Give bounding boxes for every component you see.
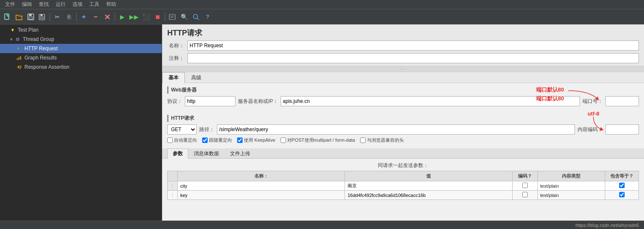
checkbox-followredirect-label[interactable]: 跟随重定向 — [202, 137, 232, 143]
param-includeeq[interactable] — [605, 191, 639, 200]
toolbar-save2-btn[interactable] — [37, 11, 48, 22]
sidebar-item-graphresults[interactable]: Graph Results — [0, 53, 162, 62]
tab-advanced[interactable]: 高级 — [185, 72, 208, 83]
webserver-section: Web服务器 协议： 服务器名称或IP： 端口号： — [162, 83, 644, 112]
subtab-params[interactable]: 参数 — [167, 148, 188, 159]
checkbox-browsercompat[interactable] — [360, 137, 366, 143]
httprequest-icon — [16, 45, 23, 52]
param-contenttype: text/plain — [537, 181, 605, 191]
tab-basic[interactable]: 基本 — [162, 72, 185, 83]
svg-rect-9 — [17, 58, 18, 60]
params-section: 同请求一起发送参数： 名称： 值 编码？ 内容类型 包含等于？ — [162, 159, 644, 221]
menu-help[interactable]: 帮助 — [103, 0, 120, 9]
param-name[interactable] — [178, 191, 345, 200]
menu-find[interactable]: 查找 — [35, 0, 52, 9]
checkbox-autodirect[interactable] — [167, 137, 173, 143]
testplan-icon: ▼ — [9, 27, 16, 33]
toolbar-sep2 — [76, 13, 77, 21]
port-input[interactable] — [605, 96, 639, 106]
param-encoded[interactable] — [512, 181, 537, 191]
col-encoded: 编码？ — [512, 171, 537, 181]
menu-tools[interactable]: 工具 — [86, 0, 103, 9]
checkboxes-row: 自动重定向 跟随重定向 使用 KeepAlive 对POST使用multipar… — [167, 137, 639, 143]
resize-bar[interactable]: ··· — [162, 66, 644, 72]
name-label: 名称： — [167, 42, 184, 49]
responseassert-label: Response Assertion — [24, 64, 69, 70]
sidebar-item-threadgroup[interactable]: ▼ ⚙ Thread Group — [0, 35, 162, 44]
toolbar-magnify-btn[interactable]: 🔍 — [179, 11, 190, 22]
checkbox-keepalive-label[interactable]: 使用 KeepAlive — [237, 137, 275, 143]
comment-row: 注释： — [167, 53, 639, 63]
name-input[interactable] — [187, 40, 639, 51]
checkbox-multipart-label[interactable]: 对POST使用multipart / form-data — [281, 137, 355, 143]
toolbar-add-btn[interactable]: + — [78, 11, 89, 22]
param-contenttype: text/plain — [537, 191, 605, 200]
param-value[interactable] — [345, 181, 512, 191]
svg-rect-14 — [19, 68, 21, 69]
param-name[interactable] — [178, 181, 345, 191]
content-header: HTTP请求 名称： 注释： — [162, 24, 644, 66]
col-contenttype: 内容类型 — [537, 171, 605, 181]
toolbar-stop-btn[interactable]: ⬛ — [140, 11, 151, 22]
sub-tabs: 参数 消息体数据 文件上传 — [162, 148, 644, 159]
param-value[interactable] — [345, 191, 512, 200]
method-path-row: GET POST PUT DELETE 路径： 内容编码： — [167, 124, 639, 135]
menu-run[interactable]: 运行 — [52, 0, 69, 9]
toolbar-copy-btn[interactable]: ⎘ — [64, 11, 75, 22]
subtab-body[interactable]: 消息体数据 — [188, 148, 224, 159]
encoding-label: 内容编码： — [577, 126, 603, 133]
checkbox-keepalive[interactable] — [237, 137, 243, 143]
content-panel: HTTP请求 名称： 注释： ··· 基本 高级 端口默认80 端口默认 — [162, 24, 644, 221]
checkbox-followredirect[interactable] — [202, 137, 208, 143]
toolbar-sep1 — [50, 13, 50, 21]
toolbar-help-btn[interactable]: ? — [202, 11, 213, 22]
toolbar-start-nopause-btn[interactable]: ▶▶ — [128, 11, 139, 22]
subtab-fileupload[interactable]: 文件上传 — [224, 148, 256, 159]
checkbox-autodirect-label[interactable]: 自动重定向 — [167, 137, 197, 143]
sidebar-item-responseassert[interactable]: Response Assertion — [0, 62, 162, 72]
checkbox-autodirect-text: 自动重定向 — [174, 137, 197, 143]
menu-file[interactable]: 文件 — [2, 0, 19, 9]
sidebar-item-testplan[interactable]: ▼ Test Plan — [0, 25, 162, 35]
col-handle — [168, 171, 178, 181]
sidebar-item-httprequest[interactable]: HTTP Request — [0, 44, 162, 53]
toolbar-save-btn[interactable] — [25, 11, 36, 22]
server-input[interactable] — [281, 96, 580, 106]
col-includeeq: 包含等于？ — [605, 171, 639, 181]
svg-rect-0 — [5, 14, 9, 19]
sidebar-tree: ▼ Test Plan ▼ ⚙ Thread Group HTTP Reques… — [0, 24, 162, 221]
page-title: HTTP请求 — [167, 28, 639, 38]
toolbar-cut-btn[interactable]: ✂ — [52, 11, 63, 22]
svg-rect-12 — [19, 66, 21, 67]
toolbar-report-btn[interactable] — [167, 11, 178, 22]
path-label: 路径： — [199, 126, 214, 133]
menu-edit[interactable]: 编辑 — [19, 0, 35, 9]
row-handle: ⋮ — [168, 181, 178, 191]
param-encoded[interactable] — [512, 191, 537, 200]
toolbar-help-search-btn[interactable] — [190, 11, 201, 22]
method-select[interactable]: GET POST PUT DELETE — [167, 124, 197, 135]
resize-dots: ··· — [400, 67, 406, 71]
server-config-row: 协议： 服务器名称或IP： 端口号： — [167, 96, 639, 106]
toolbar-shutdown-btn[interactable]: ⏹ — [152, 11, 163, 22]
toolbar-clear-btn[interactable] — [102, 11, 113, 22]
menu-bar: 文件 编辑 查找 运行 选项 工具 帮助 — [0, 0, 644, 9]
checkbox-followredirect-text: 跟随重定向 — [209, 137, 232, 143]
table-row: ⋮ text/plain — [168, 181, 639, 191]
checkbox-multipart[interactable] — [281, 137, 286, 143]
param-includeeq[interactable] — [605, 181, 639, 191]
toolbar-open-btn[interactable] — [13, 11, 24, 22]
graphresults-label: Graph Results — [24, 55, 57, 61]
encoding-input[interactable] — [605, 124, 639, 135]
checkbox-browsercompat-label[interactable]: 与浏览器兼容的头 — [360, 137, 404, 143]
protocol-input[interactable] — [185, 96, 235, 106]
comment-input[interactable] — [187, 53, 639, 63]
main-container: ▼ Test Plan ▼ ⚙ Thread Group HTTP Reques… — [0, 24, 644, 221]
toolbar-start-btn[interactable]: ▶ — [117, 11, 128, 22]
bottom-link: https://blog.csdn.net/whycsdn6 — [576, 223, 639, 228]
path-input[interactable] — [217, 124, 575, 135]
menu-options[interactable]: 选项 — [69, 0, 86, 9]
checkbox-keepalive-text: 使用 KeepAlive — [244, 137, 275, 143]
toolbar-new-btn[interactable] — [2, 11, 13, 22]
toolbar-remove-btn[interactable]: − — [90, 11, 101, 22]
